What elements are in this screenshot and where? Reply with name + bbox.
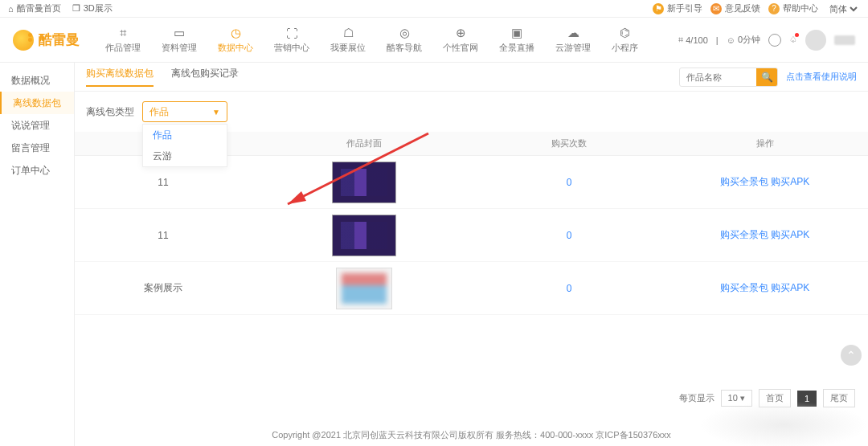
buy-apk-link[interactable]: 购买APK <box>771 176 809 187</box>
nav-营销中心[interactable]: ⛶营销中心 <box>269 24 314 55</box>
gear-icon[interactable] <box>768 34 781 47</box>
cover-thumb[interactable] <box>332 162 396 203</box>
quota-stat[interactable]: ⌗4/100 <box>678 35 708 45</box>
cover-thumb[interactable] <box>336 268 392 309</box>
row-cover <box>252 263 477 314</box>
footer: Copyright @2021 北京同创蓝天云科技有限公司版权所有 服务热线：4… <box>75 429 868 441</box>
perpage-select[interactable]: 10 ▾ <box>721 390 752 407</box>
header-right: ⌗4/100 | ☺0分钟 ♤ <box>678 30 855 51</box>
logo[interactable]: 酷雷曼 <box>13 30 80 51</box>
topbar: ⌂酷雷曼首页 ❒3D展示 ⚑新手引导 ✉意见反馈 ?帮助中心 简体 <box>0 0 868 18</box>
sidebar-item[interactable]: 订单中心 <box>0 159 74 182</box>
nav-作品管理[interactable]: ⌗作品管理 <box>100 24 145 55</box>
pager: 每页显示 10 ▾ 首页 1 尾页 <box>679 389 855 407</box>
feedback-pill[interactable]: ✉意见反馈 <box>710 2 760 14</box>
guide-label: 新手引导 <box>667 2 702 14</box>
flag-icon: ⚑ <box>653 3 664 14</box>
search-button[interactable]: 🔍 <box>756 68 777 87</box>
buy-apk-link[interactable]: 购买APK <box>771 229 809 240</box>
table-row: 110购买全景包 购买APK <box>75 209 868 262</box>
filter-label: 离线包类型 <box>86 105 134 119</box>
buy-apk-link[interactable]: 购买APK <box>771 282 809 293</box>
nav-label: 营销中心 <box>274 42 309 54</box>
nav-数据中心[interactable]: ◷数据中心 <box>213 24 258 55</box>
row-ops: 购买全景包 购买APK <box>661 228 868 242</box>
bell-icon[interactable]: ♤ <box>789 35 797 45</box>
nav-label: 资料管理 <box>162 42 197 54</box>
row-name: 11 <box>75 177 252 188</box>
nav-全景直播[interactable]: ▣全景直播 <box>494 24 539 55</box>
tab[interactable]: 购买离线数据包 <box>86 67 154 87</box>
nav-酷客导航[interactable]: ◎酷客导航 <box>382 24 427 55</box>
cover-thumb[interactable] <box>332 215 396 256</box>
scroll-top-button[interactable]: ⌃ <box>841 345 862 366</box>
col-count: 购买次数 <box>477 137 661 149</box>
cube-icon: ❒ <box>72 3 80 14</box>
row-name: 案例展示 <box>75 281 252 295</box>
question-icon: ? <box>768 3 780 14</box>
header: 酷雷曼 ⌗作品管理▭资料管理◷数据中心⛶营销中心☖我要展位◎酷客导航⊕个性官网▣… <box>0 18 868 63</box>
last-page[interactable]: 尾页 <box>823 389 855 407</box>
main: 购买离线数据包离线包购买记录 🔍 点击查看使用说明 离线包类型 作品 ▼ 作品云… <box>75 63 868 446</box>
sidebar-item[interactable]: 数据概况 <box>0 69 74 92</box>
quota-value: 4/100 <box>686 35 708 45</box>
type-dropdown: 作品云游 <box>142 124 227 167</box>
buy-pano-link[interactable]: 购买全景包 <box>720 229 768 240</box>
first-page[interactable]: 首页 <box>759 389 791 407</box>
threed-link[interactable]: ❒3D展示 <box>72 2 113 14</box>
nav-icon: ⊕ <box>453 26 468 40</box>
tab[interactable]: 离线包购买记录 <box>171 67 239 87</box>
nav-icon: ◎ <box>397 26 411 40</box>
buy-pano-link[interactable]: 购买全景包 <box>720 282 768 293</box>
nav-label: 数据中心 <box>218 42 253 54</box>
time-stat[interactable]: ☺0分钟 <box>727 34 760 46</box>
lang-select[interactable]: 简体 <box>826 3 860 14</box>
logo-icon <box>13 30 34 51</box>
help-link[interactable]: 点击查看使用说明 <box>786 71 857 83</box>
nav-资料管理[interactable]: ▭资料管理 <box>157 24 202 55</box>
row-cover <box>252 210 477 261</box>
nav-label: 小程序 <box>612 42 638 54</box>
help-label: 帮助中心 <box>783 2 818 14</box>
buy-pano-link[interactable]: 购买全景包 <box>720 176 768 187</box>
nav-个性官网[interactable]: ⊕个性官网 <box>438 24 483 55</box>
feedback-label: 意见反馈 <box>725 2 760 14</box>
guide-pill[interactable]: ⚑新手引导 <box>653 2 702 14</box>
nav-云游管理[interactable]: ☁云游管理 <box>551 24 596 55</box>
nav-label: 云游管理 <box>555 42 591 54</box>
nav-小程序[interactable]: ⌬小程序 <box>607 24 643 55</box>
sidebar-item[interactable]: 说说管理 <box>0 114 74 137</box>
nav-icon: ▭ <box>172 26 186 40</box>
type-select[interactable]: 作品 ▼ 作品云游 <box>142 101 227 122</box>
table-row: 案例展示0购买全景包 购买APK <box>75 262 868 315</box>
row-cover <box>252 157 477 208</box>
avatar[interactable] <box>805 30 826 51</box>
home-link[interactable]: ⌂酷雷曼首页 <box>8 2 61 14</box>
row-ops: 购买全景包 购买APK <box>661 281 868 295</box>
shell: 数据概况离线数据包说说管理留言管理订单中心 购买离线数据包离线包购买记录 🔍 点… <box>0 63 868 446</box>
row-count: 0 <box>477 177 661 188</box>
sidebar-item[interactable]: 离线数据包 <box>0 92 74 114</box>
page-1[interactable]: 1 <box>797 391 817 407</box>
logo-text: 酷雷曼 <box>39 31 80 49</box>
search-input[interactable] <box>680 72 756 82</box>
clock-icon: ☺ <box>727 35 735 45</box>
nav-label: 酷客导航 <box>387 42 422 54</box>
home-label: 酷雷曼首页 <box>17 2 61 14</box>
search: 🔍 <box>679 68 778 87</box>
dropdown-item[interactable]: 云游 <box>143 145 227 166</box>
sidebar-item[interactable]: 留言管理 <box>0 137 74 159</box>
nav-icon: ⌗ <box>116 26 130 40</box>
nav-label: 全景直播 <box>499 42 534 54</box>
tabs-row: 购买离线数据包离线包购买记录 🔍 点击查看使用说明 <box>75 63 868 92</box>
dropdown-item[interactable]: 作品 <box>143 125 227 145</box>
help-pill[interactable]: ?帮助中心 <box>768 2 818 14</box>
select-value: 作品 <box>149 105 169 119</box>
nav-icon: ⌬ <box>618 26 633 40</box>
nav-label: 作品管理 <box>105 42 141 54</box>
nav-label: 个性官网 <box>443 42 478 54</box>
nav-我要展位[interactable]: ☖我要展位 <box>326 24 371 55</box>
nav-label: 我要展位 <box>330 42 366 54</box>
col-cover: 作品封面 <box>252 137 477 149</box>
row-ops: 购买全景包 购买APK <box>661 175 868 189</box>
